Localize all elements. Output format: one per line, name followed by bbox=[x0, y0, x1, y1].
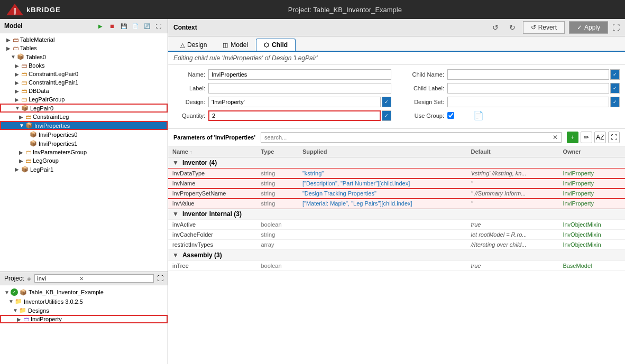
designset-btn[interactable]: ✓ bbox=[610, 97, 620, 107]
app-title: Project: Table_KB_Inventor_Example bbox=[71, 6, 619, 14]
toggle-icon[interactable]: ▶ bbox=[15, 71, 21, 77]
tree-item-inviproperties1[interactable]: 📦 InviProperties1 bbox=[0, 139, 168, 148]
design-btn[interactable]: ✓ bbox=[382, 97, 391, 107]
model-play-btn[interactable]: ▶ bbox=[96, 21, 105, 31]
childname-btn[interactable]: ✓ bbox=[610, 69, 620, 80]
group-toggle-icon[interactable]: ▼ bbox=[172, 251, 179, 259]
label-input[interactable] bbox=[208, 83, 391, 94]
toggle-icon[interactable]: ▶ bbox=[19, 150, 25, 155]
tree-item-constraintlegpair1[interactable]: ▶ 🗃 ConstraintLegPair1 bbox=[0, 78, 168, 87]
designset-input[interactable] bbox=[447, 97, 609, 107]
model-expand-btn[interactable]: ⛶ bbox=[154, 21, 163, 31]
param-supplied: "kstring" bbox=[298, 169, 467, 179]
project-tree-item-tablekb[interactable]: ▼ ✓ 📦 Table_KB_Inventor_Example bbox=[0, 287, 168, 297]
childname-input[interactable] bbox=[447, 69, 609, 80]
revert-icon: ↺ bbox=[531, 24, 536, 31]
toggle-icon[interactable]: ▶ bbox=[6, 45, 13, 51]
tree-item-label: InviProperties bbox=[34, 123, 70, 129]
tab-child[interactable]: ⬡ Child bbox=[256, 39, 296, 51]
context-expand-btn[interactable]: ⛶ bbox=[612, 23, 620, 32]
toggle-icon[interactable]: ▼ bbox=[11, 54, 17, 60]
design-input[interactable] bbox=[208, 97, 381, 107]
group-toggle-icon[interactable]: ▼ bbox=[172, 159, 179, 166]
model-stop-btn[interactable]: ⏹ bbox=[107, 21, 117, 31]
toggle-icon[interactable]: ▶ bbox=[6, 37, 13, 43]
params-header: Parameters of 'InviProperties' ✕ + ✏ AZ … bbox=[168, 129, 625, 146]
redo-button[interactable]: ↻ bbox=[506, 21, 519, 34]
project-tree-item-invutilities[interactable]: ▼ 📁 InventorUtilities 3.0.2.5 bbox=[0, 297, 168, 306]
childlabel-btn[interactable]: ✓ bbox=[610, 83, 620, 94]
quantity-input-group: ✓ bbox=[208, 110, 391, 121]
undo-button[interactable]: ↺ bbox=[489, 21, 502, 34]
project-search-input[interactable] bbox=[37, 275, 79, 282]
params-search-clear-icon[interactable]: ✕ bbox=[553, 134, 558, 141]
sort-az-button[interactable]: AZ bbox=[594, 132, 606, 143]
toggle-icon[interactable]: ▶ bbox=[15, 97, 21, 102]
add-param-button[interactable]: + bbox=[567, 132, 578, 143]
param-default: '' //Summary Inform... bbox=[467, 189, 559, 199]
param-name: restrictInvTypes bbox=[168, 240, 256, 250]
project-tree-item-inviproperty[interactable]: ▶ 🗃 InviProperty bbox=[0, 315, 168, 323]
toggle-icon[interactable]: ▶ bbox=[17, 316, 23, 322]
param-supplied: "Design Tracking Properties" bbox=[298, 189, 467, 199]
tree-item-label: Table_KB_Inventor_Example bbox=[29, 289, 104, 295]
tree-item-constraintlegpair0[interactable]: ▶ 🗃 ConstraintLegPair0 bbox=[0, 70, 168, 78]
usegroup-checkbox[interactable] bbox=[447, 112, 454, 119]
toggle-icon[interactable]: ▶ bbox=[15, 63, 21, 69]
toggle-icon[interactable]: ▼ bbox=[13, 307, 19, 313]
form-left-col: Name: Label: Design: ✓ Quantity: bbox=[173, 69, 391, 124]
tree-item-tables0[interactable]: ▼ 📦 Tables0 bbox=[0, 52, 168, 61]
toggle-icon[interactable]: ▶ bbox=[15, 166, 21, 172]
param-name: inTree bbox=[168, 261, 256, 271]
param-name: invDataType bbox=[168, 169, 256, 179]
tab-design[interactable]: △ Design bbox=[172, 39, 215, 51]
tree-item-inviproperties0[interactable]: 📦 InviProperties0 bbox=[0, 130, 168, 139]
tree-item-tablematerial[interactable]: ▶ 🗃 TableMaterial bbox=[0, 35, 168, 44]
group-inventor-internal-label: Inventor Internal (3) bbox=[182, 210, 242, 218]
toggle-icon[interactable]: ▶ bbox=[15, 88, 21, 94]
node-icon: 📦 bbox=[30, 131, 37, 138]
group-inventor: ▼ Inventor (4) bbox=[168, 157, 625, 169]
toggle-icon[interactable]: ▼ bbox=[4, 290, 11, 295]
expand-params-button[interactable]: ⛶ bbox=[608, 132, 620, 143]
apply-button[interactable]: ✓ Apply bbox=[569, 21, 608, 34]
childlabel-input[interactable] bbox=[447, 83, 609, 94]
toggle-icon[interactable]: ▶ bbox=[15, 80, 21, 86]
quantity-input[interactable] bbox=[208, 110, 381, 121]
tree-item-label: ConstraintLegPair0 bbox=[29, 71, 78, 77]
model-export-btn[interactable]: 📄 bbox=[131, 21, 140, 31]
model-refresh-btn[interactable]: 🔄 bbox=[142, 21, 152, 31]
tree-item-label: InviProperty bbox=[31, 316, 62, 322]
revert-button[interactable]: ↺ Revert bbox=[523, 21, 565, 34]
params-search-input[interactable] bbox=[264, 134, 550, 141]
apply-icon: ✓ bbox=[577, 24, 582, 31]
tree-item-legpairgroup[interactable]: ▶ 🗃 LegPairGroup bbox=[0, 95, 168, 104]
toggle-icon[interactable]: ▶ bbox=[19, 158, 25, 164]
project-tree-item-designs[interactable]: ▼ 📁 Designs bbox=[0, 306, 168, 315]
tree-item-inviproperties[interactable]: ▼ 📦 InviProperties bbox=[0, 121, 168, 130]
model-save-btn[interactable]: 💾 bbox=[119, 21, 128, 31]
param-name: invActive bbox=[168, 220, 256, 230]
tree-item-leggroup[interactable]: ▶ 🗃 LegGroup bbox=[0, 156, 168, 165]
toggle-icon[interactable]: ▼ bbox=[15, 105, 21, 111]
name-input[interactable] bbox=[208, 69, 391, 80]
edit-param-button[interactable]: ✏ bbox=[581, 132, 592, 143]
project-expand-btn[interactable]: ⛶ bbox=[157, 275, 163, 282]
tree-item-label: ConstraintLeg bbox=[33, 114, 69, 120]
toggle-icon[interactable]: ▼ bbox=[19, 123, 25, 128]
quantity-btn[interactable]: ✓ bbox=[382, 110, 391, 121]
group-toggle-icon[interactable]: ▼ bbox=[172, 210, 179, 218]
tree-item-constraintleg[interactable]: ▶ 🗃 ConstraintLeg bbox=[0, 113, 168, 121]
tab-model[interactable]: ◫ Model bbox=[215, 39, 256, 51]
search-clear-icon[interactable]: ✕ bbox=[79, 276, 84, 282]
tree-item-tables[interactable]: ▶ 🗃 Tables bbox=[0, 44, 168, 52]
tree-item-books[interactable]: ▶ 🗃 Books bbox=[0, 61, 168, 70]
tree-item-legpair0[interactable]: ▼ 📦 LegPair0 bbox=[0, 104, 168, 113]
toggle-icon[interactable]: ▼ bbox=[8, 298, 15, 304]
tree-item-dbdata[interactable]: ▶ 🗃 DBData bbox=[0, 87, 168, 95]
node-icon: 📦 bbox=[21, 105, 29, 111]
tree-item-invparametersgroup[interactable]: ▶ 🗃 InvParametersGroup bbox=[0, 148, 168, 156]
tree-item-legpair1[interactable]: ▶ 📦 LegPair1 bbox=[0, 165, 168, 174]
toggle-icon[interactable]: ▶ bbox=[19, 114, 25, 120]
table-row: restrictInvTypes array //Iterating over … bbox=[168, 240, 625, 250]
